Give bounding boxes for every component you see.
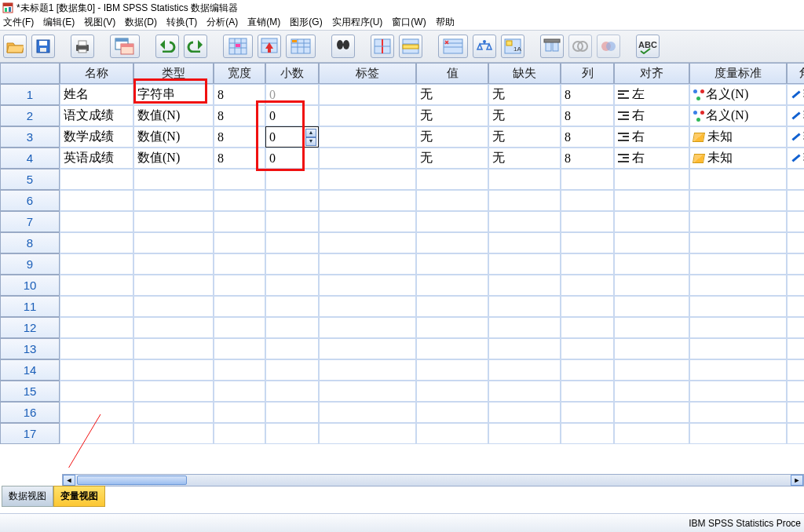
column-header-type[interactable]: 类型: [133, 63, 214, 84]
empty-cell[interactable]: [488, 169, 561, 190]
empty-cell[interactable]: [133, 253, 214, 275]
cell-role[interactable]: 输: [787, 148, 804, 169]
menu-edit[interactable]: 编辑(E): [43, 16, 75, 29]
empty-cell[interactable]: [133, 402, 214, 423]
row-header[interactable]: 17: [0, 423, 60, 444]
empty-cell[interactable]: [614, 275, 689, 296]
empty-cell[interactable]: [60, 275, 133, 296]
empty-cell[interactable]: [614, 359, 689, 381]
empty-cell[interactable]: [689, 211, 787, 232]
empty-cell[interactable]: [214, 423, 265, 444]
empty-cell[interactable]: [561, 169, 614, 190]
empty-cell[interactable]: [319, 211, 416, 232]
empty-cell[interactable]: [265, 381, 319, 402]
empty-cell[interactable]: [416, 381, 488, 402]
menu-utilities[interactable]: 实用程序(U): [332, 16, 383, 29]
empty-cell[interactable]: [214, 338, 265, 359]
empty-cell[interactable]: [265, 338, 319, 359]
empty-cell[interactable]: [319, 402, 416, 423]
empty-cell[interactable]: [416, 232, 488, 253]
redo-button[interactable]: [184, 35, 207, 58]
row-header[interactable]: 9: [0, 253, 60, 275]
spellcheck-button[interactable]: ABC: [636, 35, 660, 58]
row-header[interactable]: 12: [0, 317, 60, 338]
empty-cell[interactable]: [787, 169, 804, 190]
split-file-button[interactable]: [371, 35, 394, 58]
empty-cell[interactable]: [133, 359, 214, 381]
empty-cell[interactable]: [689, 317, 787, 338]
tab-data-view[interactable]: 数据视图: [2, 486, 53, 507]
empty-cell[interactable]: [488, 296, 561, 317]
empty-cell[interactable]: [488, 190, 561, 211]
empty-cell[interactable]: [214, 211, 265, 232]
empty-cell[interactable]: [60, 253, 133, 275]
empty-cell[interactable]: [133, 296, 214, 317]
empty-cell[interactable]: [214, 232, 265, 253]
empty-cell[interactable]: [416, 275, 488, 296]
menu-view[interactable]: 视图(V): [84, 16, 115, 29]
empty-cell[interactable]: [689, 381, 787, 402]
empty-cell[interactable]: [416, 317, 488, 338]
empty-cell[interactable]: [488, 359, 561, 381]
empty-cell[interactable]: [416, 402, 488, 423]
empty-cell[interactable]: [265, 232, 319, 253]
empty-cell[interactable]: [561, 190, 614, 211]
column-header-name[interactable]: 名称: [60, 63, 133, 84]
empty-cell[interactable]: [787, 275, 804, 296]
empty-cell[interactable]: [60, 232, 133, 253]
empty-cell[interactable]: [488, 232, 561, 253]
recall-dialog-button[interactable]: [110, 35, 140, 58]
goto-case-button[interactable]: [223, 35, 253, 58]
empty-cell[interactable]: [561, 317, 614, 338]
cell-align[interactable]: 左: [614, 84, 689, 105]
empty-cell[interactable]: [488, 253, 561, 275]
empty-cell[interactable]: [319, 359, 416, 381]
empty-cell[interactable]: [614, 402, 689, 423]
empty-cell[interactable]: [60, 338, 133, 359]
empty-cell[interactable]: [133, 275, 214, 296]
empty-cell[interactable]: [488, 317, 561, 338]
cell-width[interactable]: 8: [214, 126, 265, 148]
menu-direct[interactable]: 直销(M): [247, 16, 280, 29]
empty-cell[interactable]: [614, 338, 689, 359]
empty-cell[interactable]: [488, 211, 561, 232]
empty-cell[interactable]: [614, 190, 689, 211]
cell-values[interactable]: 无: [416, 105, 488, 126]
empty-cell[interactable]: [60, 381, 133, 402]
empty-cell[interactable]: [319, 338, 416, 359]
menu-file[interactable]: 文件(F): [3, 16, 34, 29]
empty-cell[interactable]: [689, 423, 787, 444]
empty-cell[interactable]: [614, 232, 689, 253]
empty-cell[interactable]: [319, 275, 416, 296]
empty-cell[interactable]: [319, 190, 416, 211]
empty-cell[interactable]: [787, 317, 804, 338]
empty-cell[interactable]: [614, 296, 689, 317]
empty-cell[interactable]: [265, 253, 319, 275]
empty-cell[interactable]: [689, 253, 787, 275]
cell-width[interactable]: 8: [214, 105, 265, 126]
cell-role[interactable]: 输: [787, 126, 804, 148]
menu-graphs[interactable]: 图形(G): [290, 16, 322, 29]
empty-cell[interactable]: [689, 296, 787, 317]
column-header-measure[interactable]: 度量标准: [689, 63, 787, 84]
empty-cell[interactable]: [319, 423, 416, 444]
empty-cell[interactable]: [214, 317, 265, 338]
cell-measure[interactable]: 名义(N): [689, 105, 787, 126]
empty-cell[interactable]: [787, 253, 804, 275]
cell-type[interactable]: 数值(N): [133, 105, 214, 126]
empty-cell[interactable]: [614, 211, 689, 232]
empty-cell[interactable]: [787, 402, 804, 423]
empty-cell[interactable]: [265, 211, 319, 232]
empty-cell[interactable]: [614, 317, 689, 338]
empty-cell[interactable]: [787, 423, 804, 444]
menu-window[interactable]: 窗口(W): [392, 16, 426, 29]
empty-cell[interactable]: [133, 169, 214, 190]
empty-cell[interactable]: [60, 211, 133, 232]
empty-cell[interactable]: [488, 381, 561, 402]
cell-missing[interactable]: 无: [488, 105, 561, 126]
variables-button[interactable]: [286, 35, 316, 58]
empty-cell[interactable]: [561, 338, 614, 359]
empty-cell[interactable]: [265, 275, 319, 296]
empty-cell[interactable]: [214, 402, 265, 423]
column-header-width[interactable]: 宽度: [214, 63, 265, 84]
